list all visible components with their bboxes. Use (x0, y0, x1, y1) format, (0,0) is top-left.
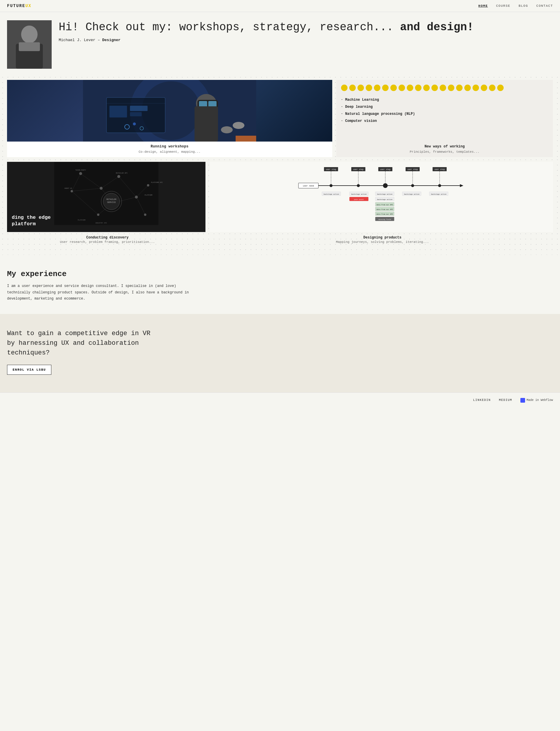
svg-point-40 (100, 187, 103, 190)
experience-title: My experience (7, 269, 193, 278)
person-illustration (7, 20, 52, 69)
svg-point-43 (71, 190, 73, 192)
cards-row-2: RETAILER SERVICE THIRD-PARTY RETAILER AP… (7, 162, 553, 232)
card-ai-label: New ways of working (336, 141, 553, 149)
svg-text:backstage action: backstage action (324, 193, 339, 195)
ai-item-2: · Deep learning (341, 103, 548, 110)
hero-section: Hi! Check out my: workshops, strategy, r… (0, 12, 560, 75)
svg-text:user step: user step (408, 169, 418, 171)
hero-name: Michael J. Lever (59, 38, 95, 42)
footer-medium[interactable]: MEDIUM (499, 399, 512, 402)
webflow-icon (520, 398, 525, 403)
card-ai[interactable]: · Machine Learning · Deep learning · Nat… (336, 80, 553, 157)
journey-label-group: Designing products Mapping journeys, sol… (212, 233, 553, 246)
card-journey-label: Designing products (212, 233, 553, 240)
nav-logo[interactable]: FUTUREUX (7, 4, 31, 8)
hero-title: Hi! Check out my: workshops, strategy, r… (59, 20, 474, 34)
ai-dot-grid (341, 85, 548, 91)
svg-rect-22 (54, 162, 158, 225)
webflow-badge[interactable]: Made in Webflow (520, 398, 553, 403)
svg-rect-3 (19, 42, 40, 51)
cta-title: Want to gain a competitive edge in VR by… (7, 328, 160, 358)
card-workshops-label: Running workshops (7, 141, 332, 149)
ai-dot (374, 85, 380, 91)
navbar: FUTUREUX HOME COURSE BLOG CONTACT (0, 0, 560, 12)
svg-point-38 (79, 172, 82, 175)
enrol-button[interactable]: ENROL VIA LSBU (7, 365, 51, 375)
hero-role: Designer (102, 38, 120, 42)
svg-point-73 (357, 184, 360, 187)
webflow-text: Made in Webflow (527, 399, 553, 402)
svg-rect-15 (195, 106, 218, 141)
ai-card-image: · Machine Learning · Deep learning · Nat… (336, 80, 553, 141)
svg-text:THIRD-PARTY: THIRD-PARTY (75, 169, 86, 171)
ai-dot (357, 85, 364, 91)
svg-rect-14 (208, 101, 217, 107)
footer-linkedin[interactable]: LINKEDIN (473, 399, 491, 402)
svg-text:user step: user step (326, 169, 336, 171)
vr-illustration (7, 80, 332, 141)
ai-dot (456, 85, 463, 91)
hero-dash: – (95, 38, 102, 42)
nav-course[interactable]: COURSE (496, 4, 510, 8)
ai-dot (448, 85, 454, 91)
card-journey[interactable]: user step user step user step user step … (210, 162, 553, 232)
ai-dot (390, 85, 397, 91)
ai-dot (423, 85, 430, 91)
ai-list: · Machine Learning · Deep learning · Nat… (341, 96, 548, 124)
svg-rect-19 (236, 136, 256, 141)
ai-dot (464, 85, 471, 91)
svg-point-45 (97, 213, 99, 216)
hero-title-bold: and design! (400, 21, 474, 33)
experience-body: I am a user experience and service desig… (7, 283, 193, 302)
svg-text:pain point: pain point (354, 198, 364, 201)
svg-text:backstage action: backstage action (431, 193, 447, 195)
discovery-label-group: Conducting discovery User research, prob… (7, 233, 208, 246)
ai-dot (489, 85, 495, 91)
svg-text:backstage action: backstage action (404, 193, 420, 195)
card-discovery[interactable]: RETAILER SERVICE THIRD-PARTY RETAILER AP… (7, 162, 205, 232)
svg-point-75 (411, 184, 414, 187)
ai-dot (382, 85, 389, 91)
card-workshops-sublabel: Co-design, alignment, mapping... (7, 149, 332, 157)
svg-text:PLATFORM: PLATFORM (78, 219, 85, 221)
ai-dot (481, 85, 487, 91)
overlay-line2: platform (12, 221, 51, 227)
card-workshops[interactable]: Running workshops Co-design, alignment, … (7, 80, 332, 157)
card-discovery-label: Conducting discovery (7, 233, 208, 240)
ai-item-1: · Machine Learning (341, 96, 548, 103)
ai-dot (341, 85, 348, 91)
ai-dot (473, 85, 479, 91)
experience-section: My experience I am a user experience and… (0, 255, 200, 314)
svg-marker-71 (460, 184, 463, 187)
ai-item-4: · Computer vision (341, 117, 548, 124)
dark-card-overlay: ding the edge platform (12, 214, 51, 227)
svg-rect-13 (199, 101, 207, 107)
svg-text:user need: user need (303, 185, 314, 187)
logo-text-ux: UX (25, 4, 31, 8)
nav-contact[interactable]: CONTACT (536, 4, 553, 8)
svg-text:backstage action: backstage action (377, 193, 393, 195)
svg-text:SERVICE: SERVICE (107, 201, 116, 203)
hero-text: Hi! Check out my: workshops, strategy, r… (59, 20, 474, 42)
card-ai-sublabel: Principles, frameworks, templates... (336, 149, 553, 157)
svg-text:user step: user step (435, 169, 445, 171)
svg-point-1 (21, 26, 38, 43)
cards-row-2-labels: Conducting discovery User research, prob… (7, 233, 553, 246)
hero-title-part1: Hi! Check out my: workshops, strategy, r… (59, 21, 400, 33)
hero-subtitle: Michael J. Lever – Designer (59, 38, 474, 42)
svg-point-20 (221, 126, 233, 133)
cards-section-2: RETAILER SERVICE THIRD-PARTY RETAILER AP… (0, 157, 560, 255)
svg-text:missing field: missing field (379, 218, 391, 220)
svg-point-76 (438, 184, 441, 187)
svg-text:backstage action: backstage action (351, 193, 367, 195)
ai-dot (440, 85, 446, 91)
svg-text:PLATFORM: PLATFORM (145, 194, 152, 196)
svg-text:PLATFORM API: PLATFORM API (151, 181, 163, 183)
ai-dot (349, 85, 356, 91)
vr-card-image (7, 80, 332, 141)
nav-home[interactable]: HOME (478, 4, 488, 8)
hero-photo (7, 20, 52, 69)
nav-blog[interactable]: BLOG (519, 4, 528, 8)
ai-item-3: · Natural language processing (NLP) (341, 110, 548, 117)
